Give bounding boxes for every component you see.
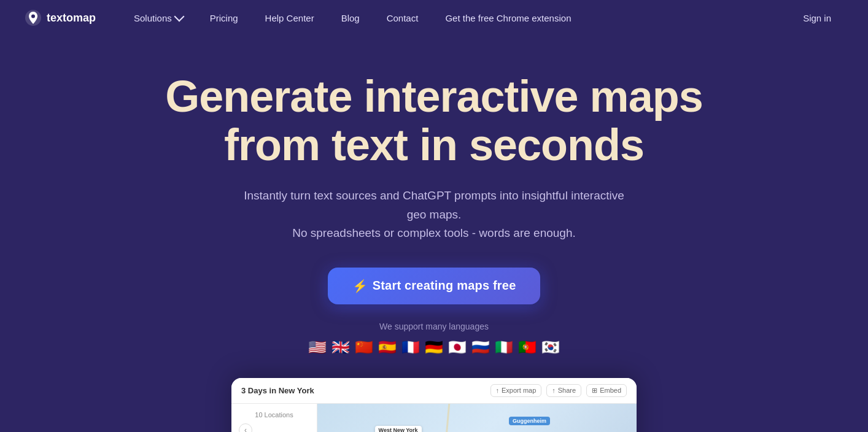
nav-item-blog[interactable]: Blog [328,0,373,36]
sidebar-nav-left[interactable]: ‹ [239,423,252,432]
languages-label: We support many languages [379,322,489,331]
app-sidebar: 10 Locations ‹ [231,404,317,432]
map-label-west-new-york: West New York [375,426,422,432]
nav-item-contact[interactable]: Contact [373,0,432,36]
flag-icon: 🇫🇷 [401,339,420,356]
app-preview-bar: 3 Days in New York ↑ Export map ↑ Share … [231,378,637,404]
flag-row: 🇺🇸🇬🇧🇨🇳🇪🇸🇫🇷🇩🇪🇯🇵🇷🇺🇮🇹🇵🇹🇰🇷 [308,339,560,356]
embed-button[interactable]: ⊞ Embed [586,384,627,397]
flag-icon: 🇨🇳 [355,339,373,356]
flag-icon: 🇯🇵 [448,339,467,356]
nav-item-chrome[interactable]: Get the free Chrome extension [432,0,584,36]
logo-link[interactable]: textomap [25,9,96,26]
hero-subtitle: Instantly turn text sources and ChatGPT … [244,187,624,242]
flag-icon: 🇮🇹 [495,339,513,356]
flag-icon: 🇰🇷 [541,339,560,356]
export-map-button[interactable]: ↑ Export map [490,384,542,397]
locations-count: 10 Locations [239,411,309,418]
app-actions: ↑ Export map ↑ Share ⊞ Embed [490,384,627,397]
cta-label: Start creating maps free [373,279,516,293]
map-pin-guggenheim: Guggenheim [509,417,550,425]
cta-emoji: ⚡ [352,279,368,293]
svg-point-1 [31,15,35,18]
app-map: West New York Guggenheim Museum of Natur… [317,404,637,432]
flag-icon: 🇵🇹 [518,339,537,356]
share-button[interactable]: ↑ Share [546,384,581,397]
nav-links: Solutions Pricing Help Center Blog Conta… [120,0,791,36]
flag-icon: 🇬🇧 [331,339,350,356]
cta-button[interactable]: ⚡ Start creating maps free [328,268,541,304]
flag-icon: 🇷🇺 [471,339,490,356]
app-preview: 3 Days in New York ↑ Export map ↑ Share … [231,378,637,432]
logo-icon [25,9,42,26]
hero-section: Generate interactive maps from text in s… [0,36,868,432]
app-content: 10 Locations ‹ West New York Guggenheim … [231,404,637,432]
flag-icon: 🇺🇸 [308,339,327,356]
logo-text: textomap [47,12,96,25]
hero-title: Generate interactive maps from text in s… [165,72,702,169]
nav-item-pricing[interactable]: Pricing [196,0,252,36]
nav-item-solutions[interactable]: Solutions [120,0,196,36]
flag-icon: 🇪🇸 [378,339,397,356]
app-title: 3 Days in New York [241,386,314,395]
map-inner: West New York Guggenheim Museum of Natur… [317,404,637,432]
flag-icon: 🇩🇪 [425,339,443,356]
signin-link[interactable]: Sign in [791,0,843,36]
nav-item-help-center[interactable]: Help Center [252,0,328,36]
chevron-down-icon [174,12,184,22]
languages-section: We support many languages 🇺🇸🇬🇧🇨🇳🇪🇸🇫🇷🇩🇪🇯🇵… [308,322,560,356]
navbar: textomap Solutions Pricing Help Center B… [0,0,868,36]
